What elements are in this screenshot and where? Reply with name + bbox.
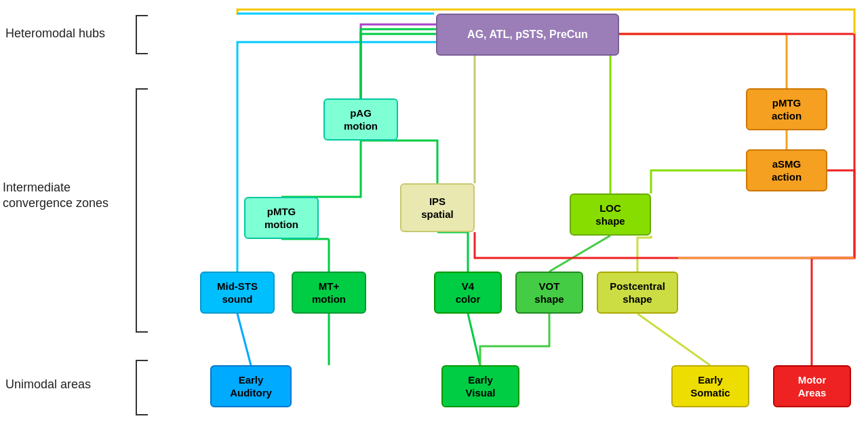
- node-early-auditory: EarlyAuditory: [210, 365, 292, 407]
- node-pmtg-action: pMTGaction: [746, 88, 827, 130]
- unimodal-bracket: [136, 360, 148, 415]
- unimodal-label: Unimodal areas: [5, 377, 124, 392]
- node-pag-motion: pAGmotion: [323, 98, 398, 141]
- diagram-container: Heteromodal hubs Intermediateconvergence…: [0, 0, 868, 427]
- node-pmtg-motion: pMTGmotion: [244, 197, 319, 239]
- node-midsts-sound: Mid-STSsound: [200, 272, 275, 314]
- node-motor-areas: MotorAreas: [773, 365, 851, 407]
- node-early-somatic: EarlySomatic: [671, 365, 749, 407]
- node-vot-shape: VOTshape: [515, 272, 583, 314]
- node-loc-shape: LOCshape: [570, 193, 651, 236]
- node-ips-spatial: IPSspatial: [400, 183, 475, 232]
- node-v4-color: V4color: [434, 272, 502, 314]
- node-ag-atl: AG, ATL, pSTS, PreCun: [436, 14, 619, 56]
- svg-line-0: [237, 314, 251, 365]
- node-asmg-action: aSMGaction: [746, 149, 827, 191]
- svg-line-7: [637, 314, 710, 365]
- heteromodal-label: Heteromodal hubs: [5, 26, 124, 41]
- node-early-visual: EarlyVisual: [441, 365, 519, 407]
- svg-line-6: [549, 236, 610, 272]
- intermediate-label: Intermediateconvergence zones: [3, 180, 121, 212]
- svg-line-1: [468, 314, 480, 365]
- node-postcentral-shape: Postcentralshape: [597, 272, 678, 314]
- heteromodal-bracket: [136, 15, 148, 54]
- intermediate-bracket: [136, 88, 148, 333]
- node-mt-motion: MT+motion: [292, 272, 366, 314]
